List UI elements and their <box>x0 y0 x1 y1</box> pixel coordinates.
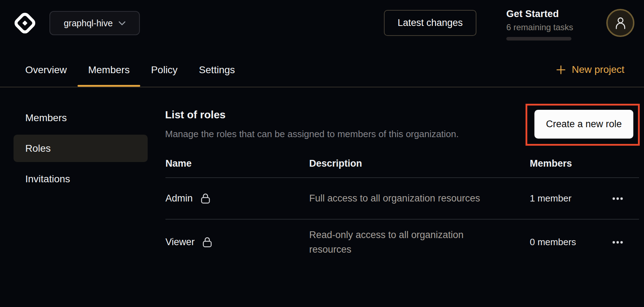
role-description: Read-only access to all organization res… <box>309 228 530 257</box>
role-name-cell: Admin <box>165 193 309 204</box>
sidebar-item-roles-label: Roles <box>25 143 51 154</box>
tab-overview-label: Overview <box>25 64 67 76</box>
sidebar-item-members-label: Members <box>25 112 67 124</box>
row-actions-button[interactable] <box>609 237 627 247</box>
tab-members-label: Members <box>88 64 130 76</box>
role-description: Full access to all organization resource… <box>309 191 530 206</box>
column-header-description: Description <box>309 158 530 169</box>
create-role-button[interactable]: Create a new role <box>534 110 633 139</box>
row-actions-button[interactable] <box>609 194 627 204</box>
table-row-admin: Admin Full access to all organization re… <box>165 178 639 220</box>
column-header-name: Name <box>165 158 309 169</box>
ellipsis-icon <box>612 241 623 244</box>
tab-policy[interactable]: Policy <box>140 53 188 87</box>
role-name-cell: Viewer <box>165 237 309 248</box>
page-subtitle: Manage the roles that can be assigned to… <box>165 129 459 140</box>
new-project-button[interactable]: New project <box>556 62 624 77</box>
members-sidebar: Members Roles Invitations <box>14 104 148 193</box>
role-name: Viewer <box>165 237 195 248</box>
sidebar-item-members[interactable]: Members <box>14 104 148 131</box>
role-actions-cell <box>596 194 639 204</box>
tab-bar-divider <box>0 87 644 87</box>
lock-icon <box>202 237 212 248</box>
table-header-row: Name Description Members <box>165 150 639 178</box>
chevron-down-icon <box>118 21 126 26</box>
sidebar-item-invitations-label: Invitations <box>25 173 70 185</box>
hive-app: graphql-hive Latest changes Get Started … <box>0 0 644 307</box>
user-icon <box>615 17 626 29</box>
hive-logo-icon[interactable] <box>14 12 36 34</box>
org-name-label: graphql-hive <box>64 18 113 28</box>
sidebar-item-invitations[interactable]: Invitations <box>14 165 148 193</box>
get-started-title: Get Started <box>506 9 577 20</box>
role-members-count: 1 member <box>530 193 596 204</box>
avatar-button[interactable] <box>606 9 634 37</box>
tab-settings[interactable]: Settings <box>188 53 246 87</box>
role-members-count: 0 members <box>530 237 596 248</box>
org-tab-bar: Overview Members Policy Settings <box>15 53 246 87</box>
latest-changes-label: Latest changes <box>397 17 463 28</box>
org-switcher-button[interactable]: graphql-hive <box>49 11 140 35</box>
ellipsis-icon <box>612 197 623 200</box>
tab-policy-label: Policy <box>151 64 178 76</box>
hive-logo-glyph <box>14 12 36 34</box>
latest-changes-button[interactable]: Latest changes <box>384 10 476 36</box>
lock-icon <box>201 193 210 204</box>
get-started-widget[interactable]: Get Started 6 remaining tasks <box>506 9 577 41</box>
tab-members[interactable]: Members <box>78 53 141 87</box>
tab-overview[interactable]: Overview <box>15 53 78 87</box>
tab-settings-label: Settings <box>199 64 235 76</box>
role-actions-cell <box>596 237 639 247</box>
get-started-progressbar <box>506 37 571 41</box>
new-project-label: New project <box>572 64 624 75</box>
roles-table: Name Description Members Admin Full acce… <box>165 150 639 265</box>
sidebar-item-roles[interactable]: Roles <box>14 135 148 162</box>
get-started-subtitle: 6 remaining tasks <box>506 22 577 32</box>
table-row-viewer: Viewer Read-only access to all organizat… <box>165 220 639 265</box>
plus-icon <box>556 65 566 75</box>
role-name: Admin <box>165 193 193 204</box>
column-header-members: Members <box>530 158 596 169</box>
page-title: List of roles <box>165 109 226 121</box>
